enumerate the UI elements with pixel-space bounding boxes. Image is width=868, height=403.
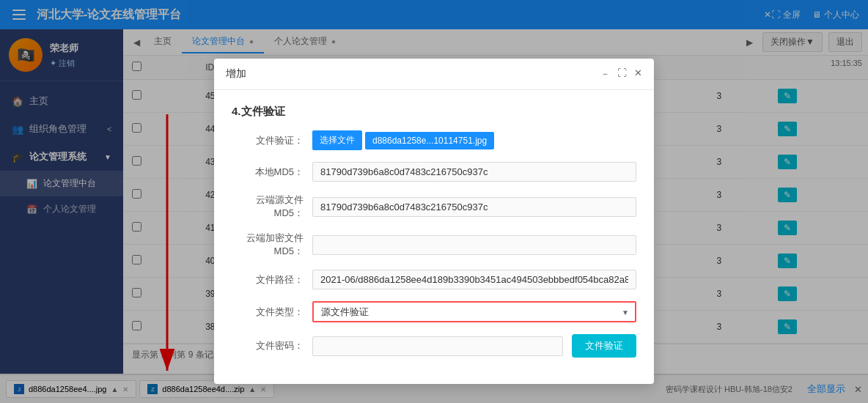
cloud-md5-label: 云端源文件MD5： xyxy=(232,193,312,220)
modal-section-title: 4.文件验证 xyxy=(232,105,636,119)
file-type-select[interactable]: 源文件验证 加密文件验证 xyxy=(312,301,636,322)
modal-dialog: 增加 － ⛶ ✕ 4.文件验证 文件验证： 选择文件 d886da1258e..… xyxy=(214,59,654,384)
modal-minimize-btn[interactable]: － xyxy=(600,67,610,81)
file-type-label: 文件类型： xyxy=(232,306,312,319)
cloud-enc-md5-label: 云端加密文件MD5： xyxy=(232,232,312,258)
cloud-enc-md5-input[interactable] xyxy=(312,235,636,255)
file-select-btn[interactable]: 选择文件 xyxy=(312,130,362,150)
file-verify-label: 文件验证： xyxy=(232,134,312,147)
verify-btn[interactable]: 文件验证 xyxy=(572,334,636,358)
cloud-md5-input[interactable] xyxy=(312,197,636,217)
file-path-input[interactable] xyxy=(312,270,636,289)
local-md5-label: 本地MD5： xyxy=(232,166,312,179)
modal-overlay: 增加 － ⛶ ✕ 4.文件验证 文件验证： 选择文件 d886da1258e..… xyxy=(0,0,868,403)
local-md5-input[interactable] xyxy=(312,162,636,182)
file-path-label: 文件路径： xyxy=(232,273,312,286)
modal-maximize-btn[interactable]: ⛶ xyxy=(617,67,627,81)
modal-close-btn[interactable]: ✕ xyxy=(634,67,642,81)
file-pwd-label: 文件密码： xyxy=(232,339,312,352)
modal-title: 增加 xyxy=(226,67,246,81)
file-pwd-input[interactable] xyxy=(312,336,563,356)
file-name-display: d886da1258e...10114751.jpg xyxy=(365,132,494,149)
